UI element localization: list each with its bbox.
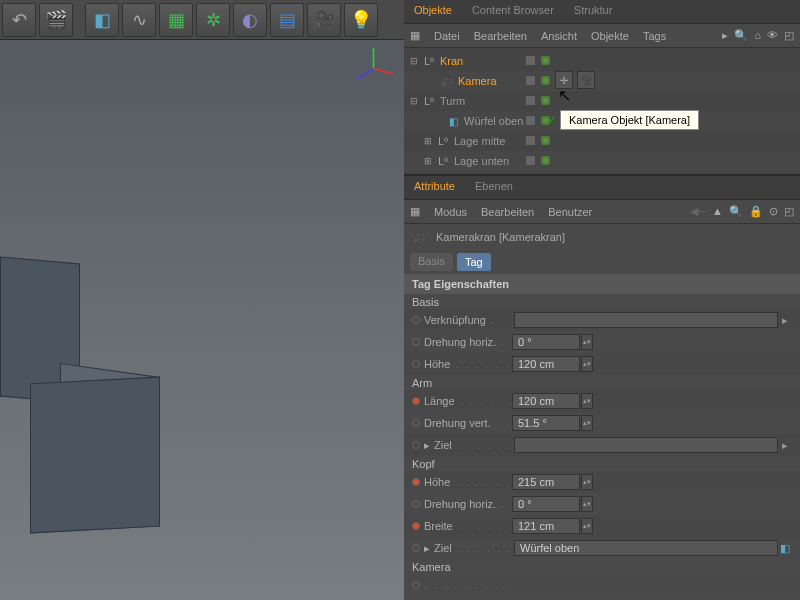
grid-icon[interactable]: ▦ bbox=[410, 205, 420, 218]
nav-back-icon[interactable]: ◀─ bbox=[690, 205, 706, 218]
prop-ziel-arm: ▸Ziel▸ bbox=[404, 434, 800, 456]
visibility-toggle[interactable] bbox=[540, 75, 551, 86]
array-icon[interactable]: ✲ bbox=[196, 3, 230, 37]
prop-hoehe: Höhe120 cm▴▾ bbox=[404, 353, 800, 375]
link-field[interactable] bbox=[514, 437, 778, 453]
nav-up-icon[interactable]: ▲ bbox=[712, 205, 723, 218]
value-input[interactable]: 120 cm bbox=[512, 356, 580, 372]
layer-toggle[interactable] bbox=[525, 155, 536, 166]
axis-gizmo[interactable] bbox=[351, 46, 396, 91]
3d-viewport[interactable] bbox=[0, 40, 404, 600]
value-input[interactable]: 0 ° bbox=[512, 334, 580, 350]
visibility-toggle[interactable] bbox=[540, 95, 551, 106]
layer-toggle[interactable] bbox=[525, 115, 536, 126]
layer-toggle[interactable] bbox=[525, 135, 536, 146]
prop-drehung-horiz-kopf: Drehung horiz.0 °▴▾ bbox=[404, 493, 800, 515]
spinner-icon[interactable]: ▴▾ bbox=[581, 393, 593, 409]
svg-line-2 bbox=[357, 69, 374, 80]
value-input[interactable]: 51.5 ° bbox=[512, 415, 580, 431]
camera-crane-icon: 🎥 bbox=[412, 230, 426, 244]
tab-ebenen[interactable]: Ebenen bbox=[465, 176, 523, 199]
deformer-icon[interactable]: ◐ bbox=[233, 3, 267, 37]
menu-modus[interactable]: Modus bbox=[434, 206, 467, 218]
panel-tabs: Objekte Content Browser Struktur bbox=[404, 0, 800, 24]
attribute-tabs: Attribute Ebenen bbox=[404, 176, 800, 200]
section-title: Tag Eigenschaften bbox=[404, 274, 800, 294]
subtab-basis[interactable]: Basis bbox=[410, 253, 453, 271]
prop-breite: Breite121 cm▴▾ bbox=[404, 515, 800, 537]
value-input[interactable]: 215 cm bbox=[512, 474, 580, 490]
prop-laenge: Länge120 cm▴▾ bbox=[404, 390, 800, 412]
expand-icon[interactable]: ◰ bbox=[784, 29, 794, 42]
group-kopf: Kopf bbox=[404, 456, 800, 471]
spinner-icon[interactable]: ▴▾ bbox=[581, 334, 593, 350]
lock-icon[interactable]: 🔒 bbox=[749, 205, 763, 218]
expand-icon[interactable]: ◰ bbox=[784, 205, 794, 218]
home-icon[interactable]: ⌂ bbox=[754, 29, 761, 42]
prop-drehung-horiz: Drehung horiz.0 °▴▾ bbox=[404, 331, 800, 353]
value-input[interactable]: 121 cm bbox=[512, 518, 580, 534]
group-basis: Basis bbox=[404, 294, 800, 309]
value-input[interactable]: 0 ° bbox=[512, 496, 580, 512]
cursor-icon: ↖ bbox=[558, 86, 571, 105]
menu-bearbeiten[interactable]: Bearbeiten bbox=[474, 30, 527, 42]
object-name: Kamerakran [Kamerakran] bbox=[436, 231, 565, 243]
tab-content-browser[interactable]: Content Browser bbox=[462, 0, 564, 23]
undo-icon[interactable]: ↶ bbox=[2, 3, 36, 37]
menu-objekte[interactable]: Objekte bbox=[591, 30, 629, 42]
arrow-icon[interactable]: ▸ bbox=[722, 29, 728, 42]
picker-icon[interactable]: ▸ bbox=[778, 439, 792, 452]
layer-toggle[interactable] bbox=[525, 75, 536, 86]
grid-icon[interactable]: ▦ bbox=[410, 29, 420, 42]
picker-icon[interactable]: ▸ bbox=[778, 314, 792, 327]
visibility-toggle[interactable] bbox=[540, 55, 551, 66]
tag-camera-icon[interactable]: 🎥 bbox=[577, 71, 595, 89]
group-arm: Arm bbox=[404, 375, 800, 390]
menu-datei[interactable]: Datei bbox=[434, 30, 460, 42]
link-field[interactable] bbox=[514, 312, 778, 328]
layer-toggle[interactable] bbox=[525, 55, 536, 66]
floor-icon[interactable]: ▤ bbox=[270, 3, 304, 37]
value-input[interactable]: 120 cm bbox=[512, 393, 580, 409]
tab-struktur[interactable]: Struktur bbox=[564, 0, 623, 23]
visibility-toggle[interactable] bbox=[540, 135, 551, 146]
gear-icon[interactable]: ⊙ bbox=[769, 205, 778, 218]
light-icon[interactable]: 💡 bbox=[344, 3, 378, 37]
menu-tags[interactable]: Tags bbox=[643, 30, 666, 42]
menu-benutzer[interactable]: Benutzer bbox=[548, 206, 592, 218]
camera-icon[interactable]: 🎥 bbox=[307, 3, 341, 37]
render-icon[interactable]: 🎬 bbox=[39, 3, 73, 37]
tab-objekte[interactable]: Objekte bbox=[404, 0, 462, 23]
tab-attribute[interactable]: Attribute bbox=[404, 176, 465, 199]
eye-icon[interactable]: 👁 bbox=[767, 29, 778, 42]
prop-ziel-kopf: ▸ZielWürfel oben◧ bbox=[404, 537, 800, 559]
link-field[interactable]: Würfel oben bbox=[514, 540, 778, 556]
mesh-preview bbox=[30, 377, 160, 534]
cube-icon[interactable]: ◧ bbox=[778, 542, 792, 555]
menu-ansicht[interactable]: Ansicht bbox=[541, 30, 577, 42]
prop-drehung-vert: Drehung vert.51.5 °▴▾ bbox=[404, 412, 800, 434]
subtab-tag[interactable]: Tag bbox=[457, 253, 491, 271]
spinner-icon[interactable]: ▴▾ bbox=[581, 415, 593, 431]
spinner-icon[interactable]: ▴▾ bbox=[581, 518, 593, 534]
spinner-icon[interactable]: ▴▾ bbox=[581, 356, 593, 372]
menu-bearbeiten[interactable]: Bearbeiten bbox=[481, 206, 534, 218]
attribute-menu: ▦ Modus Bearbeiten Benutzer ◀─▲🔍🔒⊙◰ bbox=[404, 200, 800, 224]
group-kamera: Kamera bbox=[404, 559, 800, 574]
spinner-icon[interactable]: ▴▾ bbox=[581, 474, 593, 490]
nurbs-icon[interactable]: ▦ bbox=[159, 3, 193, 37]
object-name-row: 🎥 Kamerakran [Kamerakran] bbox=[404, 224, 800, 250]
svg-line-0 bbox=[374, 69, 394, 75]
prop-verknuepfung: Verknüpfung▸ bbox=[404, 309, 800, 331]
visibility-toggle[interactable] bbox=[540, 155, 551, 166]
spinner-icon[interactable]: ▴▾ bbox=[581, 496, 593, 512]
cube-icon[interactable]: ◧ bbox=[85, 3, 119, 37]
object-manager-menu: ▦ Datei Bearbeiten Ansicht Objekte Tags … bbox=[404, 24, 800, 48]
prop-kamera-row bbox=[404, 574, 800, 596]
search-icon[interactable]: 🔍 bbox=[729, 205, 743, 218]
layer-toggle[interactable] bbox=[525, 95, 536, 106]
prop-hoehe-kopf: Höhe215 cm▴▾ bbox=[404, 471, 800, 493]
tooltip: Kamera Objekt [Kamera] bbox=[560, 110, 699, 130]
search-icon[interactable]: 🔍 bbox=[734, 29, 748, 42]
spline-icon[interactable]: ∿ bbox=[122, 3, 156, 37]
